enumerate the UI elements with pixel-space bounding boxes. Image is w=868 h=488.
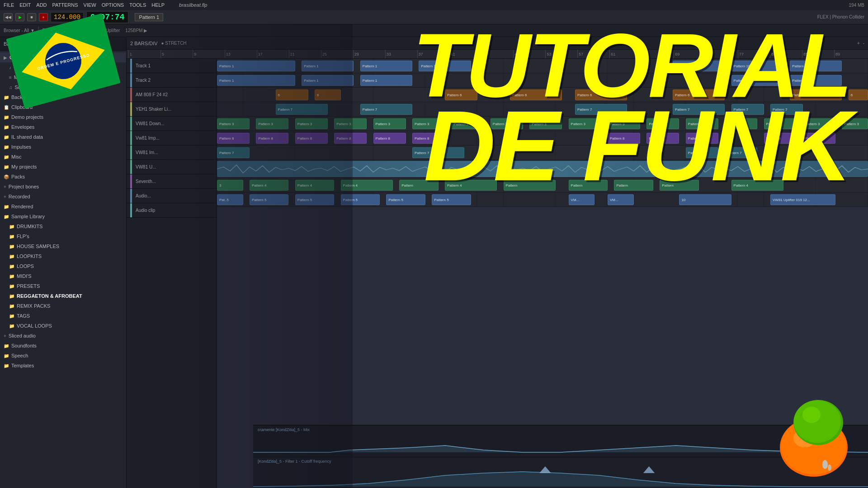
pattern-10-j[interactable]: VW81 Uplifter 019 12... — [770, 194, 835, 205]
sidebar-item-speech[interactable]: 📁 Speech — [0, 351, 126, 361]
pattern-6-g[interactable]: Pattern 8 — [608, 133, 640, 144]
rewind-button[interactable]: ◀◀ — [4, 13, 13, 21]
pattern-3-e[interactable]: Pattern 6 — [575, 89, 627, 100]
pattern-5-f[interactable]: Pattern 3 — [412, 118, 445, 129]
patterns-row-6[interactable]: Pattern 8 Pattern 8 Pattern 8 Pattern 8 … — [217, 131, 868, 145]
sidebar-item-sample-library[interactable]: 📁 Sample Library — [0, 211, 126, 221]
pattern-5-a[interactable]: Pattern 3 — [217, 118, 250, 129]
sidebar-item-demo-projects[interactable]: 📁 Demo projects — [0, 112, 126, 122]
pattern-5-g[interactable]: Pattern 3 — [451, 118, 484, 129]
pattern-5-q[interactable]: Pattern 3 — [842, 118, 868, 129]
pattern-5-h[interactable]: Pattern 3 — [491, 118, 523, 129]
sidebar-item-impulses[interactable]: 📁 Impulses — [0, 142, 126, 152]
sidebar-item-vocal-loops[interactable]: 📁 VOCAL LOOPS — [0, 321, 126, 331]
pattern-3-c[interactable]: Pattern 6 — [445, 89, 477, 100]
pattern-4-a[interactable]: Pattern 7 — [276, 104, 328, 115]
pattern-10-a[interactable]: Pat..5 — [217, 194, 243, 205]
sidebar-item-rendered[interactable]: 📁 Rendered — [0, 202, 126, 211]
pattern-1-2[interactable]: Pattern 1 — [302, 61, 354, 71]
pattern-1-3[interactable]: Pattern 1 — [360, 61, 412, 71]
sidebar-item-reggaeton[interactable]: 📁 REGGAETON & AFROBEAT — [0, 291, 126, 301]
pattern-9-k[interactable]: Pattern 4 — [731, 180, 783, 191]
sidebar-item-house-samples[interactable]: 📁 HOUSE SAMPLES — [0, 241, 126, 251]
timeline-ruler[interactable]: 1 5 9 13 17 21 25 29 33 37 41 45 49 53 5… — [127, 50, 868, 59]
track-label-6[interactable]: Vw81 Imp... — [127, 131, 217, 145]
sidebar-item-sliced-audio[interactable]: + Sliced audio — [0, 331, 126, 341]
pattern-9-a[interactable]: 3 — [217, 180, 243, 191]
track-label-7[interactable]: VW81 Im... — [127, 145, 217, 160]
pattern-5-e[interactable]: Pattern 3 — [373, 118, 406, 129]
menu-options[interactable]: OPTIONS — [102, 2, 124, 8]
track-label-4[interactable]: YEH1 Shaker Li... — [127, 102, 217, 117]
menu-tools[interactable]: TOOLS — [129, 2, 146, 8]
sidebar-item-tags[interactable]: 📁 TAGS — [0, 311, 126, 321]
sidebar-item-templates[interactable]: 📁 Templates — [0, 361, 126, 371]
pattern-7-b[interactable]: Pattern 7 — [412, 147, 464, 158]
pattern-6-c[interactable]: Pattern 8 — [295, 133, 328, 144]
pattern-9-i[interactable]: Pattern — [614, 180, 653, 191]
sidebar-item-loopkits[interactable]: 📁 LOOPKITS — [0, 251, 126, 261]
pattern-2-2[interactable]: Pattern 1 — [302, 75, 354, 86]
pattern-9-e[interactable]: Pattern — [399, 180, 438, 191]
track-label-1[interactable]: Track 1 — [127, 59, 217, 73]
pattern-1-10b[interactable]: Pattern 10 — [790, 61, 842, 71]
pattern-5-c[interactable]: Pattern 3 — [295, 118, 328, 129]
pattern-10-h[interactable]: VM... — [608, 194, 634, 205]
pattern-2-3[interactable]: Pattern 1 — [360, 75, 412, 86]
patterns-row-2[interactable]: Pattern 1 Pattern 1 Pattern 1 Pattern 1 … — [217, 73, 868, 88]
pattern-1-1[interactable]: Pattern 1 — [217, 61, 295, 71]
menu-add[interactable]: ADD — [36, 2, 47, 8]
pattern-10-g[interactable]: VM... — [569, 194, 595, 205]
track-label-3[interactable]: AM 808 F 24 #2 — [127, 88, 217, 102]
patterns-row-4[interactable]: Pattern 7 Pattern 7 Pattern 7 Pattern 7 … — [217, 102, 868, 117]
pattern-3-a[interactable]: 6 — [276, 89, 308, 100]
patterns-row-8[interactable] — [217, 160, 868, 178]
pattern-9-f[interactable]: Pattern 4 — [445, 180, 497, 191]
track-label-9[interactable]: Seventh... — [127, 174, 217, 189]
pattern-4-f[interactable]: Pattern 7 — [770, 104, 803, 115]
sidebar-item-packs[interactable]: 📦 Packs — [0, 172, 126, 182]
menu-edit[interactable]: EDIT — [19, 2, 31, 8]
pattern-2-1[interactable]: Pattern 1 — [217, 75, 295, 86]
menu-help[interactable]: HELP — [151, 2, 165, 8]
pattern-9-c[interactable]: Pattern 4 — [295, 180, 334, 191]
pattern-10-i[interactable]: 10 — [679, 194, 731, 205]
sidebar-list[interactable]: ▶ Current project ♪ Channels ≡ Mixer ♫ S… — [0, 51, 126, 488]
sidebar-item-my-projects[interactable]: 📁 My projects — [0, 162, 126, 172]
pattern-5-d[interactable]: Pattern 3 — [334, 118, 367, 129]
pattern-4-d[interactable]: Pattern 7 — [673, 104, 725, 115]
pattern-6-h[interactable]: Pattern 8 — [646, 133, 679, 144]
pattern-3-f[interactable]: Pattern 6 — [673, 89, 725, 100]
sidebar-item-il-shared[interactable]: 📁 IL shared data — [0, 132, 126, 142]
sidebar-item-soundfonts[interactable]: 📁 Soundfonts — [0, 341, 126, 351]
pattern-10-b[interactable]: Pattern 5 — [250, 194, 288, 205]
patterns-row-3[interactable]: 6 6 Pattern 6 Pattern 6 Pattern 6 Patter… — [217, 88, 868, 102]
audio-waveform[interactable] — [217, 161, 868, 177]
pattern-selector[interactable]: Pattern 1 — [135, 13, 163, 21]
sidebar-item-loops[interactable]: 📁 LOOPS — [0, 261, 126, 271]
track-label-10[interactable]: Audio... — [127, 189, 217, 203]
pattern-5-b[interactable]: Pattern 3 — [256, 118, 288, 129]
patterns-row-1[interactable]: Pattern 1 Pattern 1 Pattern 1 Pattern 1 … — [217, 59, 868, 73]
record-button[interactable]: ● — [39, 13, 48, 21]
sidebar-item-recorded[interactable]: + Recorded — [0, 192, 126, 202]
sidebar-item-clipboard[interactable]: 📋 Clipboard — [0, 102, 126, 112]
pattern-7-c[interactable]: Pattern 7 — [686, 147, 718, 158]
pattern-10-e[interactable]: Pattern 5 — [386, 194, 425, 205]
pattern-1-9[interactable]: Pattern 9 — [673, 61, 725, 71]
menu-file[interactable]: FILE — [4, 2, 14, 8]
sidebar-item-envelopes[interactable]: 📁 Envelopes — [0, 122, 126, 132]
pattern-3-h[interactable]: 6 — [849, 89, 868, 100]
pattern-6-j[interactable]: Pattern 8 — [764, 133, 797, 144]
menu-patterns[interactable]: PATTERNS — [52, 2, 78, 8]
pattern-4-b[interactable]: Pattern 7 — [360, 104, 412, 115]
patterns-row-7[interactable]: Pattern 7 Pattern 7 Pattern 7 Pattern 7 — [217, 145, 868, 160]
pattern-6-f[interactable]: Pattern 8 — [412, 133, 445, 144]
pattern-5-n[interactable]: Pattern 3 — [725, 118, 757, 129]
sidebar-item-misc[interactable]: 📁 Misc — [0, 152, 126, 162]
zoom-controls[interactable]: + - — [857, 41, 864, 46]
sidebar-item-midis[interactable]: 📁 MIDI'S — [0, 271, 126, 281]
track-label-5[interactable]: VW81 Down... — [127, 117, 217, 131]
pattern-5-i[interactable]: Pattern 3 — [529, 118, 562, 129]
pattern-5-m[interactable]: Pattern 3 — [686, 118, 718, 129]
